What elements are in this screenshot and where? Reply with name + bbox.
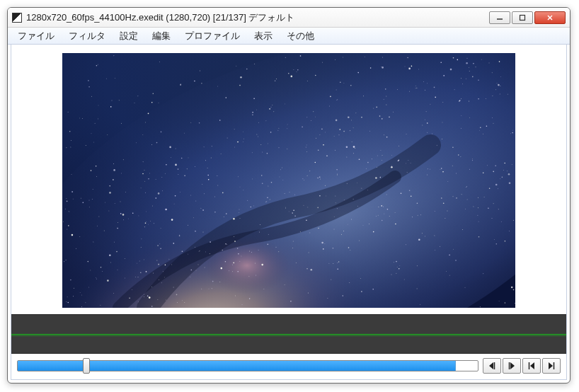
svg-point-702 — [194, 80, 195, 81]
go-end-button[interactable] — [542, 358, 561, 374]
svg-point-649 — [498, 188, 498, 189]
svg-point-423 — [352, 141, 352, 142]
svg-point-384 — [234, 146, 235, 147]
close-button[interactable] — [534, 11, 566, 24]
svg-point-308 — [369, 130, 370, 131]
svg-point-693 — [487, 165, 488, 166]
svg-point-289 — [261, 263, 263, 265]
svg-point-627 — [148, 178, 149, 179]
svg-point-161 — [427, 83, 428, 83]
minimize-button[interactable] — [489, 11, 510, 24]
svg-point-562 — [182, 300, 183, 301]
svg-point-544 — [238, 253, 239, 255]
svg-point-224 — [512, 164, 512, 165]
svg-point-254 — [204, 146, 205, 147]
menu-profile[interactable]: プロファイル — [179, 28, 246, 44]
svg-point-629 — [239, 84, 241, 86]
titlebar[interactable]: 1280x720_60fps_44100Hz.exedit (1280,720)… — [8, 8, 570, 28]
svg-point-248 — [495, 165, 496, 166]
svg-point-417 — [472, 76, 474, 77]
svg-point-568 — [144, 226, 145, 227]
svg-point-272 — [376, 106, 377, 108]
svg-point-297 — [159, 243, 160, 244]
frame-forward-button[interactable] — [503, 358, 521, 374]
svg-point-340 — [435, 210, 435, 211]
svg-point-416 — [67, 200, 68, 202]
svg-point-418 — [493, 203, 494, 204]
svg-point-661 — [152, 205, 153, 206]
svg-point-704 — [508, 173, 510, 175]
svg-point-103 — [199, 122, 200, 123]
svg-point-513 — [512, 129, 513, 130]
svg-point-123 — [306, 146, 306, 147]
svg-point-422 — [66, 147, 67, 148]
svg-point-96 — [201, 288, 202, 289]
svg-point-409 — [425, 89, 425, 90]
svg-point-511 — [315, 161, 316, 163]
svg-point-493 — [397, 266, 398, 267]
svg-point-319 — [158, 192, 160, 195]
svg-point-8 — [411, 195, 412, 197]
preview-area — [11, 45, 566, 314]
svg-point-277 — [263, 289, 264, 289]
maximize-button[interactable] — [512, 11, 533, 24]
svg-point-528 — [393, 111, 394, 112]
svg-point-654 — [370, 67, 372, 69]
menu-view[interactable]: 表示 — [248, 28, 278, 44]
menu-filter[interactable]: フィルタ — [63, 28, 111, 44]
svg-point-665 — [256, 134, 257, 134]
svg-point-574 — [458, 154, 459, 156]
svg-point-666 — [478, 197, 478, 197]
svg-point-172 — [456, 173, 457, 173]
svg-point-21 — [285, 192, 285, 193]
svg-point-245 — [391, 165, 392, 166]
svg-point-303 — [278, 127, 279, 128]
svg-point-62 — [391, 155, 392, 156]
svg-point-385 — [493, 122, 494, 123]
frame-back-button[interactable] — [483, 358, 501, 374]
svg-point-144 — [141, 188, 142, 188]
svg-point-487 — [265, 202, 266, 202]
svg-point-130 — [109, 254, 111, 256]
svg-point-57 — [238, 176, 239, 177]
svg-point-131 — [110, 262, 111, 263]
seek-thumb[interactable] — [83, 358, 90, 374]
svg-point-184 — [365, 56, 365, 57]
svg-point-478 — [478, 207, 478, 208]
svg-point-681 — [140, 272, 142, 273]
waveform-center-line — [11, 334, 566, 335]
svg-point-502 — [159, 102, 159, 103]
svg-point-256 — [306, 219, 307, 221]
svg-point-509 — [96, 278, 97, 279]
svg-point-99 — [120, 213, 122, 214]
svg-rect-1 — [520, 15, 525, 20]
svg-point-209 — [367, 161, 369, 163]
seek-bar[interactable] — [17, 357, 478, 374]
svg-point-494 — [102, 271, 103, 272]
svg-point-609 — [165, 208, 167, 210]
menu-other[interactable]: その他 — [281, 28, 320, 44]
svg-point-660 — [427, 174, 428, 175]
svg-point-138 — [382, 219, 383, 221]
svg-point-360 — [423, 81, 424, 82]
svg-point-218 — [380, 150, 381, 151]
menu-file[interactable]: ファイル — [12, 28, 60, 44]
svg-point-220 — [156, 179, 156, 180]
svg-point-658 — [166, 299, 166, 300]
svg-point-690 — [226, 97, 227, 98]
svg-point-626 — [320, 178, 321, 179]
svg-point-311 — [319, 195, 321, 196]
go-start-button[interactable] — [522, 358, 541, 374]
svg-point-280 — [96, 277, 96, 278]
menu-edit[interactable]: 編集 — [147, 28, 176, 44]
client-area — [11, 45, 567, 380]
svg-point-128 — [334, 136, 335, 137]
svg-point-257 — [404, 279, 405, 279]
svg-point-644 — [308, 292, 309, 293]
svg-point-480 — [441, 197, 442, 199]
svg-point-234 — [412, 217, 413, 217]
svg-point-678 — [478, 79, 479, 81]
svg-point-264 — [499, 61, 500, 62]
menu-settings[interactable]: 設定 — [114, 28, 144, 44]
svg-point-115 — [148, 113, 149, 114]
